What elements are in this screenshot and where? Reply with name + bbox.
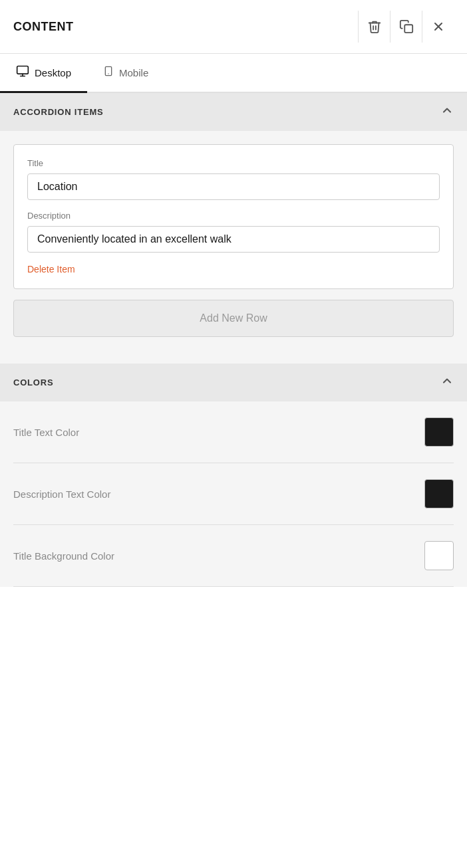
add-new-row-button[interactable]: Add New Row bbox=[13, 300, 454, 337]
colors-section-chevron[interactable] bbox=[440, 374, 454, 391]
accordion-item-card: Title Description Delete Item bbox=[13, 144, 454, 289]
copy-button[interactable] bbox=[390, 11, 422, 43]
spacer bbox=[0, 350, 467, 364]
desktop-icon bbox=[16, 64, 29, 80]
title-field-label: Title bbox=[27, 158, 440, 168]
svg-rect-0 bbox=[404, 25, 412, 33]
tab-mobile[interactable]: Mobile bbox=[87, 54, 164, 93]
svg-rect-3 bbox=[17, 66, 29, 74]
title-text-color-swatch[interactable] bbox=[424, 417, 454, 447]
description-text-color-swatch[interactable] bbox=[424, 479, 454, 508]
title-input[interactable] bbox=[27, 173, 440, 200]
tab-mobile-label: Mobile bbox=[119, 67, 148, 78]
mobile-icon bbox=[103, 64, 114, 80]
close-button[interactable] bbox=[422, 11, 454, 43]
accordion-section-title: ACCORDION ITEMS bbox=[13, 107, 104, 117]
tab-desktop-label: Desktop bbox=[35, 67, 71, 78]
panel-header: CONTENT bbox=[0, 0, 467, 54]
title-bg-color-row: Title Background Color bbox=[13, 525, 454, 587]
tab-desktop[interactable]: Desktop bbox=[0, 54, 87, 93]
colors-section-header: COLORS bbox=[0, 364, 467, 401]
colors-content: Title Text Color Description Text Color … bbox=[0, 401, 467, 587]
colors-section-title: COLORS bbox=[13, 378, 53, 387]
panel-title: CONTENT bbox=[13, 20, 74, 34]
accordion-section-header: ACCORDION ITEMS bbox=[0, 93, 467, 131]
description-text-color-label: Description Text Color bbox=[13, 488, 110, 500]
accordion-section-chevron[interactable] bbox=[440, 104, 454, 120]
view-tabs: Desktop Mobile bbox=[0, 54, 467, 93]
title-text-color-label: Title Text Color bbox=[13, 427, 79, 438]
accordion-content: Title Description Delete Item Add New Ro… bbox=[0, 131, 467, 350]
description-input[interactable] bbox=[27, 226, 440, 253]
header-actions bbox=[358, 11, 454, 43]
description-field-label: Description bbox=[27, 211, 440, 221]
title-bg-color-label: Title Background Color bbox=[13, 550, 114, 562]
description-text-color-row: Description Text Color bbox=[13, 463, 454, 525]
title-bg-color-swatch[interactable] bbox=[424, 541, 454, 570]
delete-button[interactable] bbox=[358, 11, 390, 43]
delete-item-button[interactable]: Delete Item bbox=[27, 264, 75, 274]
title-text-color-row: Title Text Color bbox=[13, 401, 454, 463]
